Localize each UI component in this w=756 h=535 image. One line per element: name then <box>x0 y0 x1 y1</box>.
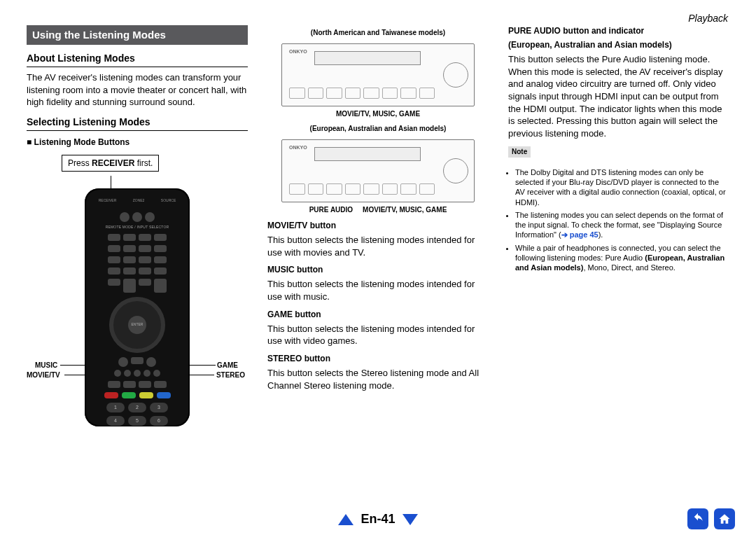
next-page-icon[interactable] <box>402 514 418 525</box>
caption-pure-audio: PURE AUDIO <box>309 205 353 215</box>
page-footer: En-41 <box>0 512 756 527</box>
remote-illustration: MUSIC MOVIE/TV GAME STEREO RECEIVERZONE2… <box>27 188 248 426</box>
heading-game-btn: GAME button <box>267 309 489 320</box>
home-icon[interactable] <box>714 508 735 529</box>
caption-na-models: (North American and Taiwanese models) <box>267 28 489 38</box>
note-item-3: While a pair of headphones is connected,… <box>515 243 729 273</box>
caption-movie-music-game: MOVIE/TV, MUSIC, GAME <box>363 205 447 215</box>
callout-post: first. <box>134 158 153 168</box>
callout-receiver-first: Press RECEIVER first. <box>62 155 159 172</box>
label-movietv: MOVIE/TV <box>27 370 60 380</box>
para-game: This button selects the listening modes … <box>267 323 489 347</box>
caption-eu-models: (European, Australian and Asian models) <box>267 124 489 134</box>
section-header: Playback <box>688 13 728 24</box>
heading-stereo-btn: STEREO button <box>267 353 489 364</box>
column-2: (North American and Taiwanese models) ON… <box>267 25 489 426</box>
prev-page-icon[interactable] <box>338 514 354 525</box>
page-number: En-41 <box>360 512 395 527</box>
callout-bold: RECEIVER <box>92 158 134 168</box>
para-stereo: This button selects the Stereo listening… <box>267 367 489 391</box>
note2-post: ). <box>598 230 603 239</box>
column-3: PURE AUDIO button and indicator (Europea… <box>508 25 729 426</box>
column-1: Using the Listening Modes About Listenin… <box>27 25 248 426</box>
label-game: GAME <box>217 361 238 370</box>
title-bar: Using the Listening Modes <box>27 25 248 45</box>
receiver-front-eu: ONKYO <box>281 139 475 202</box>
para-music: This button selects the listening modes … <box>267 278 489 303</box>
label-stereo: STEREO <box>216 370 245 380</box>
para-movietv: This button selects the listening modes … <box>267 234 489 258</box>
note2-pre: The listening modes you can select depen… <box>515 211 723 239</box>
label-music: MUSIC <box>35 361 57 370</box>
note-label: Note <box>508 146 531 158</box>
heading-selecting: Selecting Listening Modes <box>27 116 248 131</box>
note-item-1: The Dolby Digital and DTS listening mode… <box>515 167 729 207</box>
note-item-2: The listening modes you can select depen… <box>515 210 729 240</box>
heading-lm-buttons: Listening Mode Buttons <box>27 137 248 148</box>
page-link[interactable]: ➔ page 45 <box>561 230 598 239</box>
receiver-front-na: ONKYO <box>281 43 475 106</box>
caption-eu-buttons: PURE AUDIO MOVIE/TV, MUSIC, GAME <box>267 205 489 215</box>
heading-music-btn: MUSIC button <box>267 264 489 275</box>
note3-post: , Mono, Direct, and Stereo. <box>583 263 675 272</box>
para-pure-audio: This button selects the Pure Audio liste… <box>508 53 729 139</box>
remote-body: RECEIVERZONE2SOURCE REMOTE MODE / INPUT … <box>85 188 190 426</box>
back-icon[interactable] <box>687 508 708 529</box>
para-about: The AV receiver's listening modes can tr… <box>27 71 248 109</box>
callout-leader-line <box>111 176 111 188</box>
heading-pure-audio-1: PURE AUDIO button and indicator <box>508 25 729 36</box>
callout-pre: Press <box>68 158 92 168</box>
heading-about: About Listening Modes <box>27 52 248 67</box>
caption-na-buttons: MOVIE/TV, MUSIC, GAME <box>267 109 489 119</box>
heading-movietv-btn: MOVIE/TV button <box>267 220 489 231</box>
heading-pure-audio-2: (European, Australian and Asian models) <box>508 39 729 50</box>
notes-list: The Dolby Digital and DTS listening mode… <box>508 167 729 273</box>
